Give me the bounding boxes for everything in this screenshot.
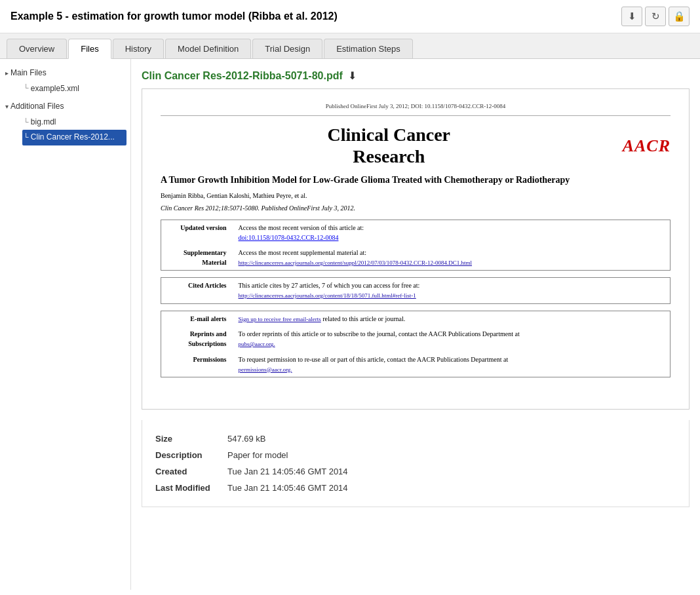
- pdf-label-updated: Updated version: [161, 220, 233, 245]
- pdf-value-updated: Access the most recent version of this a…: [233, 220, 671, 245]
- lock-icon: 🔒: [673, 10, 686, 22]
- pdf-label-cited: Cited Articles: [161, 278, 233, 304]
- file-icon-xml: └: [24, 82, 29, 95]
- pdf-top-row: Clinical Cancer Research AACR: [161, 124, 671, 168]
- pdf-value-supplementary: Access the most recent supplemental mate…: [233, 245, 671, 271]
- pdf-title-link[interactable]: Clin Cancer Res-2012-Ribba-5071-80.pdf: [142, 70, 343, 82]
- pdf-link-reprints[interactable]: pubs@aacr.org.: [239, 341, 275, 347]
- download-icon: ⬇: [628, 10, 636, 22]
- tab-history[interactable]: History: [113, 39, 164, 58]
- pdf-journal-title: Clinical Cancer Research: [161, 124, 617, 168]
- lock-button[interactable]: 🔒: [669, 7, 690, 26]
- tab-overview[interactable]: Overview: [7, 39, 67, 58]
- pdf-frame[interactable]: Published OnlineFirst July 3, 2012; DOI:…: [142, 88, 690, 410]
- file-info-row-last-modified: Last Modified Tue Jan 21 14:05:46 GMT 20…: [155, 480, 361, 496]
- pdf-authors: Benjamin Ribba, Gentian Kaloshi, Mathieu…: [161, 191, 671, 201]
- additional-files-group: ▾ Additional Files: [4, 99, 126, 115]
- tab-files[interactable]: Files: [68, 39, 111, 59]
- pdf-link-cited[interactable]: http://clincancerres.aacrjournals.org/co…: [239, 292, 416, 299]
- pdf-row-cited: Cited Articles This article cites by 27 …: [161, 278, 671, 304]
- pdf-inner: Published OnlineFirst July 3, 2012; DOI:…: [142, 89, 689, 397]
- pdf-download-icon[interactable]: ⬇: [348, 69, 357, 82]
- pdf-value-email: Sign up to receive free email-alerts rel…: [233, 311, 671, 326]
- created-value: Tue Jan 21 14:05:46 GMT 2014: [227, 463, 361, 480]
- pdf-citation: Clin Cancer Res 2012;18:5071-5080. Publi…: [161, 203, 671, 213]
- main-content: ▸ Main Files └ example5.xml ▾ Additional…: [0, 59, 700, 590]
- created-label: Created: [155, 463, 227, 480]
- pdf-link-email[interactable]: Sign up to receive free email-alerts: [239, 316, 321, 322]
- tab-model-definition[interactable]: Model Definition: [165, 39, 251, 58]
- tab-estimation-steps[interactable]: Estimation Steps: [324, 39, 413, 58]
- pdf-link-permissions[interactable]: permissions@aacr.org.: [239, 366, 292, 373]
- app-header: Example 5 - estimation for growth tumor …: [0, 0, 700, 33]
- pdf-pub-line: Published OnlineFirst July 3, 2012; DOI:…: [161, 102, 671, 116]
- file-info-table: Size 547.69 kB Description Paper for mod…: [155, 431, 361, 496]
- pdf-row-reprints: Reprints andSubscriptions To order repri…: [161, 326, 671, 352]
- file-name-bigmdl: big.mdl: [31, 115, 56, 130]
- pdf-label-email: E-mail alerts: [161, 311, 233, 326]
- pdf-link-doi[interactable]: doi:10.1158/1078-0432.CCR-12-0084: [239, 234, 339, 241]
- pdf-article-title: A Tumor Growth Inhibition Model for Low-…: [161, 173, 671, 187]
- last-modified-value: Tue Jan 21 14:05:46 GMT 2014: [227, 480, 361, 496]
- file-example5xml[interactable]: └ example5.xml: [22, 81, 126, 97]
- pdf-journal-line1: Clinical Cancer: [328, 125, 450, 145]
- pdf-label-permissions: Permissions: [161, 352, 233, 377]
- description-value: Paper for model: [227, 447, 361, 463]
- pdf-table-contact: E-mail alerts Sign up to receive free em…: [161, 311, 671, 378]
- file-bigmdl[interactable]: └ big.mdl: [22, 115, 126, 130]
- content-panel: Clin Cancer Res-2012-Ribba-5071-80.pdf ⬇…: [131, 59, 700, 590]
- header-actions: ⬇ ↻ 🔒: [621, 7, 690, 26]
- expand-icon-main: ▸: [5, 67, 9, 79]
- main-files-group: ▸ Main Files: [4, 66, 126, 81]
- expand-icon-additional: ▾: [5, 101, 9, 113]
- size-label: Size: [155, 431, 227, 447]
- file-info-row-description: Description Paper for model: [155, 447, 361, 463]
- app-title: Example 5 - estimation for growth tumor …: [10, 10, 338, 22]
- pdf-row-updated: Updated version Access the most recent v…: [161, 220, 671, 245]
- pdf-value-reprints: To order reprints of this article or to …: [233, 326, 671, 352]
- description-label: Description: [155, 447, 227, 463]
- last-modified-label: Last Modified: [155, 480, 227, 496]
- pdf-row-supplementary: SupplementaryMaterial Access the most re…: [161, 245, 671, 271]
- tabs-bar: Overview Files History Model Definition …: [0, 33, 700, 59]
- file-info-row-created: Created Tue Jan 21 14:05:46 GMT 2014: [155, 463, 361, 480]
- pdf-journal-line2: Research: [353, 146, 425, 166]
- pdf-row-permissions: Permissions To request permission to re-…: [161, 352, 671, 377]
- refresh-button[interactable]: ↻: [645, 7, 666, 26]
- file-name-clincancerres: Clin Cancer Res-2012...: [31, 130, 115, 145]
- download-button[interactable]: ⬇: [621, 7, 642, 26]
- pdf-logo: AACR: [623, 133, 671, 159]
- tab-trial-design[interactable]: Trial Design: [252, 39, 322, 58]
- additional-files-label: Additional Files: [10, 100, 64, 114]
- file-icon-mdl: └: [24, 116, 29, 129]
- file-info-row-size: Size 547.69 kB: [155, 431, 361, 447]
- pdf-table-cited: Cited Articles This article cites by 27 …: [161, 277, 671, 304]
- file-name-example5xml: example5.xml: [31, 82, 79, 96]
- pdf-label-reprints: Reprints andSubscriptions: [161, 326, 233, 352]
- pdf-value-permissions: To request permission to re-use all or p…: [233, 352, 671, 377]
- pdf-link-supplementary[interactable]: http://clincancerres.aacrjournals.org/co…: [239, 259, 473, 266]
- pdf-table-links: Updated version Access the most recent v…: [161, 220, 671, 271]
- refresh-icon: ↻: [651, 10, 660, 22]
- file-icon-pdf: └: [24, 131, 29, 144]
- main-files-label: Main Files: [10, 66, 47, 81]
- pdf-row-email: E-mail alerts Sign up to receive free em…: [161, 311, 671, 326]
- pdf-value-cited: This article cites by 27 articles, 7 of …: [233, 278, 671, 304]
- pdf-label-supplementary: SupplementaryMaterial: [161, 245, 233, 271]
- size-value: 547.69 kB: [227, 431, 361, 447]
- pdf-header: Clin Cancer Res-2012-Ribba-5071-80.pdf ⬇: [142, 69, 690, 82]
- file-clincancerres[interactable]: └ Clin Cancer Res-2012...: [22, 130, 126, 145]
- file-info: Size 547.69 kB Description Paper for mod…: [142, 420, 690, 507]
- file-tree: ▸ Main Files └ example5.xml ▾ Additional…: [0, 59, 131, 590]
